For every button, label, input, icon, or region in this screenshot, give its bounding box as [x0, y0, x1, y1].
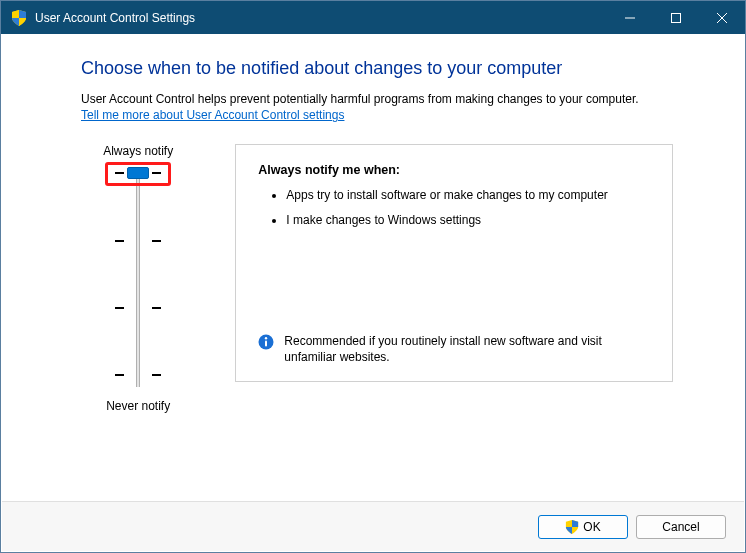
svg-point-2 [265, 337, 267, 339]
slider-tick [115, 240, 161, 242]
footer: OK Cancel [2, 501, 744, 551]
info-panel: Always notify me when: Apps try to insta… [235, 144, 673, 382]
shield-icon [11, 10, 27, 26]
svg-rect-3 [265, 340, 267, 346]
recommendation-text: Recommended if you routinely install new… [284, 333, 650, 365]
slider-track [136, 172, 140, 387]
window-title: User Account Control Settings [35, 11, 195, 25]
page-description: User Account Control helps prevent poten… [81, 91, 673, 107]
panel-bullets: Apps try to install software or make cha… [258, 187, 650, 237]
svg-rect-0 [672, 13, 681, 22]
minimize-button[interactable] [607, 1, 653, 34]
slider-label-always: Always notify [81, 144, 195, 158]
list-item: Apps try to install software or make cha… [286, 187, 650, 204]
body-area: Always notify Never notify Always notify… [81, 144, 673, 413]
slider-thumb[interactable] [127, 167, 149, 179]
notification-slider[interactable] [81, 172, 195, 387]
ok-button[interactable]: OK [538, 515, 628, 539]
titlebar: User Account Control Settings [1, 1, 745, 34]
slider-tick [115, 307, 161, 309]
maximize-icon [671, 13, 681, 23]
close-button[interactable] [699, 1, 745, 34]
info-icon [258, 334, 274, 350]
ok-button-label: OK [583, 520, 600, 534]
list-item: I make changes to Windows settings [286, 212, 650, 229]
notification-slider-column: Always notify Never notify [81, 144, 195, 413]
slider-label-never: Never notify [81, 399, 195, 413]
shield-icon [565, 520, 579, 534]
maximize-button[interactable] [653, 1, 699, 34]
panel-title: Always notify me when: [258, 163, 650, 177]
cancel-button-label: Cancel [662, 520, 699, 534]
page-heading: Choose when to be notified about changes… [81, 58, 673, 79]
recommendation-row: Recommended if you routinely install new… [258, 333, 650, 365]
slider-tick [115, 374, 161, 376]
content-area: Choose when to be notified about changes… [1, 34, 745, 552]
cancel-button[interactable]: Cancel [636, 515, 726, 539]
minimize-icon [625, 13, 635, 23]
close-icon [717, 13, 727, 23]
learn-more-link[interactable]: Tell me more about User Account Control … [81, 108, 344, 122]
uac-settings-window: User Account Control Settings Choose whe… [0, 0, 746, 553]
